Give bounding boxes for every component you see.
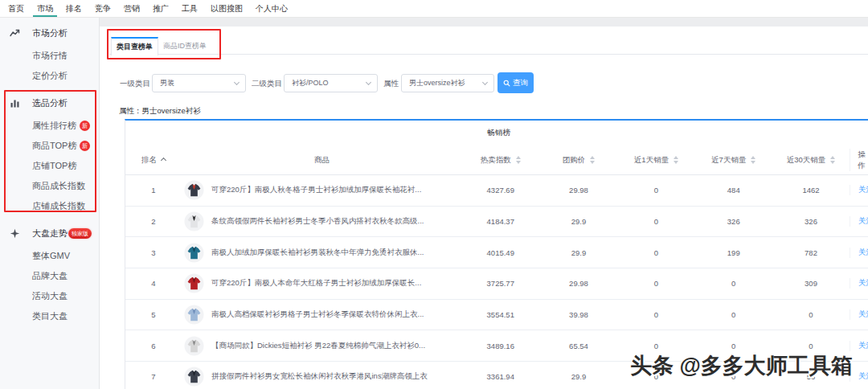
sidebar-item[interactable]: 定价分析 xyxy=(0,66,99,86)
sidebar-item-label: 活动大盘 xyxy=(32,291,68,301)
group-price-cell: 29.9 xyxy=(540,248,618,257)
nav-item[interactable]: 个人中心 xyxy=(249,0,294,17)
hot-index-cell: 3725.77 xyxy=(461,279,540,288)
nav-item[interactable]: 排名 xyxy=(59,0,88,17)
tab[interactable]: 商品ID查榜单 xyxy=(158,37,211,55)
table-header-row: 排名 商品 热卖指数 团购价 近1天销量 近7天销量 xyxy=(125,145,868,175)
product-thumbnail[interactable] xyxy=(184,273,204,293)
sidebar-section-header[interactable]: 选品分析 xyxy=(0,91,99,116)
sidebar-item[interactable]: 商品成长指数 xyxy=(0,176,99,196)
sort-icons[interactable] xyxy=(516,156,521,164)
column-header-30day-sales[interactable]: 近30天销量 xyxy=(772,154,850,166)
sidebar-item[interactable]: 整体GMV xyxy=(0,246,99,266)
sidebar-section: 市场分析 市场行情 定价分析 xyxy=(0,21,99,86)
nav-item[interactable]: 市场 xyxy=(31,0,59,17)
product-title-cell[interactable]: 拼接假两件衬衫男女宽松长袖休闲衬衣秋季港风ins潮牌高领上衣 xyxy=(207,371,461,382)
table-row[interactable]: 4 可穿220斤】南极人本命年大红格子男士衬衫加绒加厚保暖长... 3725.7… xyxy=(125,268,868,300)
sales-1day-cell: 0 xyxy=(618,186,695,194)
sales-30day-cell: 309 xyxy=(772,279,850,288)
group-price-cell: 29.9 xyxy=(540,372,618,381)
product-title-cell[interactable]: 南极人高档保暖衬衫男格子男士衬衫冬季保暖衣特价休闲上衣... xyxy=(207,309,461,320)
search-button[interactable]: 查询 xyxy=(497,72,534,93)
attribute-value: 男士oversize衬衫 xyxy=(409,79,465,87)
nav-item[interactable]: 营销 xyxy=(117,0,146,17)
product-title-cell[interactable]: 南极人加绒加厚保暖长袖衬衫男装秋冬中年弹力免烫衬衣服休... xyxy=(207,248,461,258)
table-row[interactable]: 1 可穿220斤】南极人秋冬格子男士衬衫加绒加厚保暖长袖花衬... 4327.6… xyxy=(125,175,868,207)
sidebar-item[interactable]: 市场行情 xyxy=(0,46,99,66)
table-row[interactable]: 2 条纹高领假两件长袖衬衫男士冬季小香风内搭衬衣秋冬款高级... 4184.37… xyxy=(125,207,868,238)
level1-category-select[interactable]: 男装 xyxy=(152,74,246,92)
action-cell: 关注 xyxy=(850,309,868,320)
product-thumbnail[interactable] xyxy=(184,305,204,325)
group-price-cell: 29.9 xyxy=(540,217,618,226)
sales-7day-cell: 0 xyxy=(695,342,773,350)
nav-item-label: 竞争 xyxy=(95,3,111,14)
level1-category-label: 一级类目 xyxy=(120,74,150,92)
rank-cell: 2 xyxy=(125,217,182,226)
product-title-cell[interactable]: 可穿220斤】南极人秋冬格子男士衬衫加绒加厚保暖长袖花衬... xyxy=(207,185,461,195)
nav-item[interactable]: 以图搜图 xyxy=(204,0,249,17)
sidebar-section-header[interactable]: 市场分析 xyxy=(0,21,99,46)
sidebar-item[interactable]: 店铺TOP榜 xyxy=(0,156,99,176)
column-header-group-price[interactable]: 团购价 xyxy=(540,154,618,166)
follow-link[interactable]: 关注 xyxy=(858,248,868,258)
nav-item[interactable]: 首页 xyxy=(2,0,31,17)
follow-link[interactable]: 关注 xyxy=(858,309,868,320)
product-title-cell[interactable]: 可穿220斤】南极人本命年大红格子男士衬衫加绒加厚保暖长... xyxy=(207,278,461,289)
table-row[interactable]: 3 南极人加绒加厚保暖长袖衬衫男装秋冬中年弹力免烫衬衣服休... 4015.49… xyxy=(125,237,868,268)
sidebar-item[interactable]: 品牌大盘 xyxy=(0,266,99,286)
product-title-cell[interactable]: 条纹高领假两件长袖衬衫男士冬季小香风内搭衬衣秋冬款高级... xyxy=(207,216,461,227)
follow-link[interactable]: 关注 xyxy=(858,278,868,289)
follow-link[interactable]: 关注 xyxy=(858,371,868,382)
sort-icons[interactable] xyxy=(590,156,595,164)
table-group-header: 畅销榜 xyxy=(125,121,868,145)
action-cell: 关注 xyxy=(850,216,868,227)
column-header-1day-sales[interactable]: 近1天销量 xyxy=(618,154,695,166)
follow-link[interactable]: 关注 xyxy=(858,185,868,195)
sales-7day-cell: 0 xyxy=(695,279,773,288)
sidebar-item[interactable]: 店铺成长指数 xyxy=(0,196,99,216)
nav-item-label: 排名 xyxy=(66,3,82,14)
table-row[interactable]: 5 南极人高档保暖衬衫男格子男士衬衫冬季保暖衣特价休闲上衣... 3554.51… xyxy=(125,300,868,331)
hot-index-cell: 3489.16 xyxy=(461,342,540,350)
follow-link[interactable]: 关注 xyxy=(858,216,868,227)
rank-cell: 7 xyxy=(125,372,182,381)
sort-icons[interactable] xyxy=(830,156,835,164)
sort-ascending-icon[interactable] xyxy=(161,158,166,163)
sidebar-item[interactable]: 活动大盘 xyxy=(0,286,99,306)
sidebar-section: 选品分析 属性排行榜 新 商品TOP榜 新 店铺TOP榜 商品成长指数 店铺成长… xyxy=(0,91,99,216)
sidebar-item[interactable]: 类目大盘 xyxy=(0,306,99,326)
tab[interactable]: 类目查榜单 xyxy=(111,37,158,55)
product-thumbnail[interactable] xyxy=(184,366,204,387)
sidebar-item[interactable]: 属性排行榜 新 xyxy=(0,116,99,136)
column-header-rank[interactable]: 排名 xyxy=(125,154,182,166)
sidebar-item-label: 商品TOP榜 xyxy=(32,141,76,150)
sort-icons[interactable] xyxy=(674,156,678,164)
follow-link[interactable]: 关注 xyxy=(858,341,868,351)
sales-7day-cell: 326 xyxy=(695,217,773,226)
column-header-7day-sales[interactable]: 近7天销量 xyxy=(695,154,773,166)
nav-item[interactable]: 工具 xyxy=(175,0,204,17)
sort-icons[interactable] xyxy=(751,156,755,164)
product-thumbnail[interactable] xyxy=(184,243,204,263)
hot-index-cell: 4184.37 xyxy=(461,217,540,226)
sales-1day-cell: 0 xyxy=(618,310,695,319)
attribute-label: 属性 xyxy=(383,74,399,92)
nav-item-label: 市场 xyxy=(37,3,53,14)
sidebar-item-label: 类目大盘 xyxy=(32,311,68,321)
product-title-cell[interactable]: 【商场同款】Dickies短袖衬衫 男22春夏纯棉帅气潮上衣衬衫0... xyxy=(207,341,461,351)
rank-cell: 3 xyxy=(125,248,182,257)
attribute-select[interactable]: 男士oversize衬衫 xyxy=(401,74,494,92)
sidebar-section-header[interactable]: 大盘走势 独家版 xyxy=(0,221,99,246)
product-thumbnail[interactable] xyxy=(184,336,204,356)
group-price-cell: 29.98 xyxy=(540,186,618,194)
product-thumbnail[interactable] xyxy=(184,211,204,231)
product-thumbnail[interactable] xyxy=(184,180,204,200)
sidebar-item[interactable]: 商品TOP榜 新 xyxy=(0,136,99,156)
nav-item[interactable]: 竞争 xyxy=(88,0,117,17)
nav-item[interactable]: 推广 xyxy=(146,0,175,17)
column-header-hot-index[interactable]: 热卖指数 xyxy=(461,154,540,166)
tab-label: 类目查榜单 xyxy=(117,42,153,52)
sidebar-item-label: 品牌大盘 xyxy=(32,271,68,280)
level2-category-select[interactable]: 衬衫/POLO xyxy=(284,74,378,92)
